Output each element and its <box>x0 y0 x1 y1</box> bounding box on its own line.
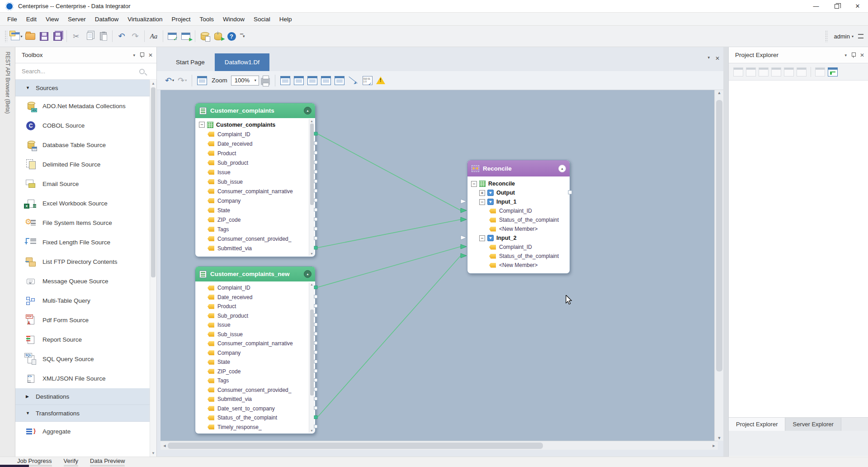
scrollbar-thumb[interactable] <box>168 443 543 449</box>
toolbox-item[interactable]: Report Source <box>15 330 150 349</box>
field-row[interactable]: State <box>195 205 315 215</box>
tree-row[interactable]: <New Member> <box>467 224 570 234</box>
toolbox-item[interactable]: Multi-Table Query <box>15 291 150 310</box>
cut-button[interactable]: ✂ <box>70 29 82 43</box>
tree-row[interactable]: Complaint_ID <box>467 206 570 215</box>
field-row[interactable]: Consumer_complaint_narrative <box>195 339 315 348</box>
toolbar-options-button[interactable] <box>858 34 863 38</box>
user-menu-caret-icon[interactable]: ▾ <box>852 34 854 38</box>
canvas-redo-button[interactable]: ↷▾ <box>176 74 189 87</box>
field-row[interactable]: Consumer_consent_provided_ <box>195 386 315 395</box>
toolbox-item[interactable]: } Aggregate <box>15 422 150 441</box>
field-row[interactable]: Date_received <box>195 293 315 302</box>
field-row[interactable]: Issue <box>195 167 315 177</box>
field-row[interactable]: Complaint_ID <box>195 129 315 139</box>
field-row[interactable]: Product <box>195 302 315 311</box>
warnings-button[interactable] <box>374 74 387 87</box>
menu-item[interactable]: Dataflow <box>90 13 123 26</box>
close-button[interactable]: ✕ <box>847 0 868 12</box>
field-row[interactable]: ZIP_code <box>195 215 315 224</box>
verify-dataflow-button[interactable] <box>166 29 179 43</box>
menu-item[interactable]: Help <box>275 13 297 26</box>
scrollbar-thumb[interactable] <box>151 87 156 277</box>
paste-button[interactable] <box>97 29 109 43</box>
field-row[interactable]: Product <box>195 148 315 158</box>
menu-item[interactable]: Project <box>167 13 195 26</box>
field-row[interactable]: Date_received <box>195 139 315 148</box>
project-explorer-body[interactable] <box>729 81 868 417</box>
toolbox-item[interactable]: Fixed Length File Source <box>15 233 150 252</box>
expander-icon[interactable]: − <box>479 199 485 205</box>
toolbox-section-sources[interactable]: ▼ Sources <box>15 80 150 96</box>
new-document-button[interactable]: ▾ <box>10 29 23 43</box>
tree-row[interactable]: Status_of_the_complaint <box>467 252 570 261</box>
close-icon[interactable]: ✕ <box>148 52 153 58</box>
verify-project-icon[interactable] <box>759 67 769 76</box>
user-menu[interactable]: admin <box>834 33 850 40</box>
toolbox-item[interactable]: List FTP Directory Contents <box>15 252 150 272</box>
field-row[interactable]: Tags <box>195 224 315 234</box>
minimize-button[interactable]: — <box>806 0 826 12</box>
font-button[interactable]: Aa <box>147 29 160 43</box>
menu-item[interactable]: Virtualization <box>123 13 167 26</box>
tree-row[interactable]: − Input_2 <box>467 234 570 243</box>
scrollbar-thumb[interactable] <box>716 100 722 372</box>
field-row[interactable]: Sub_product <box>195 158 315 167</box>
field-row[interactable]: Submitted_via <box>195 395 315 404</box>
align-left-button[interactable] <box>319 74 333 87</box>
node-scrollbar[interactable]: ▲ ▼ <box>309 119 314 256</box>
status-bar-tab[interactable]: Verify <box>64 457 79 467</box>
rest-api-browser-tab[interactable]: REST API Browser (Beta) <box>0 47 15 457</box>
open-button[interactable] <box>24 29 37 43</box>
menu-item[interactable]: Server <box>63 13 90 26</box>
save-all-button[interactable] <box>51 29 64 43</box>
tree-row[interactable]: Complaint_ID <box>467 243 570 252</box>
field-row[interactable]: ZIP_code <box>195 367 315 376</box>
toolbox-item[interactable]: ⚙ File System Items Source <box>15 213 150 233</box>
add-item-icon[interactable] <box>746 67 756 76</box>
dataflow-canvas[interactable]: Customer_complaints ▲ − Customer_complai… <box>160 90 714 441</box>
run-dataflow-button[interactable] <box>179 29 192 43</box>
tree-row[interactable]: + Output <box>467 188 570 197</box>
align-right-button[interactable] <box>333 74 346 87</box>
toolbox-item[interactable]: Message Queue Source <box>15 272 150 291</box>
help-button[interactable]: ? <box>225 29 238 43</box>
field-row[interactable]: Complaint_ID <box>195 283 315 293</box>
field-row[interactable]: Timely_response_ <box>195 423 315 432</box>
explorer-tab[interactable]: Project Explorer <box>729 418 785 431</box>
field-row[interactable]: Status_of_the_complaint <box>195 413 315 423</box>
expander-icon[interactable]: + <box>479 190 485 196</box>
panel-splitter[interactable] <box>723 47 728 457</box>
vertical-scrollbar[interactable]: ▲ ▼ <box>714 90 723 441</box>
refresh-icon[interactable] <box>771 67 781 76</box>
close-icon[interactable]: ✕ <box>860 52 864 58</box>
collapse-node-icon[interactable]: ▲ <box>558 165 566 172</box>
field-row[interactable]: Sub_product <box>195 311 315 321</box>
toolbox-item[interactable]: SQL SQL Query Source <box>15 349 150 369</box>
close-document-icon[interactable]: ✕ <box>715 55 720 62</box>
scrollbar-thumb[interactable] <box>310 124 314 205</box>
window-run-icon[interactable] <box>797 67 807 76</box>
toolbox-item[interactable]: C COBOL Source <box>15 116 150 135</box>
add-project-icon[interactable] <box>733 67 743 76</box>
field-row[interactable]: Sub_issue <box>195 177 315 186</box>
node-root-row[interactable]: − Customer_complaints <box>195 120 315 129</box>
tab-list-icon[interactable]: ▾ <box>708 55 710 62</box>
pin-icon[interactable] <box>851 52 855 58</box>
explorer-tab[interactable]: Server Explorer <box>785 418 841 431</box>
data-rules-button[interactable]: 010 011 0 <box>361 74 374 87</box>
tree-view-icon[interactable] <box>815 67 825 76</box>
menu-item[interactable]: Tools <box>195 13 218 26</box>
document-tab[interactable]: Dataflow1.Df <box>215 53 269 71</box>
node-customer-complaints[interactable]: Customer_complaints ▲ − Customer_complai… <box>195 103 316 257</box>
restore-button[interactable] <box>826 0 847 12</box>
toolbox-item[interactable]: Email Source <box>15 174 150 194</box>
horizontal-scrollbar[interactable]: ◄ ► <box>160 441 718 450</box>
field-row[interactable]: Issue <box>195 320 315 330</box>
tree-row[interactable]: <New Member> <box>467 261 570 270</box>
field-row[interactable]: Submitted_via <box>195 243 315 253</box>
field-row[interactable]: State <box>195 357 315 367</box>
copy-button[interactable] <box>83 29 96 43</box>
panel-menu-icon[interactable]: ▾ <box>844 53 847 57</box>
toolbox-item[interactable]: <> ADO.Net Metadata Collections <box>15 96 150 116</box>
